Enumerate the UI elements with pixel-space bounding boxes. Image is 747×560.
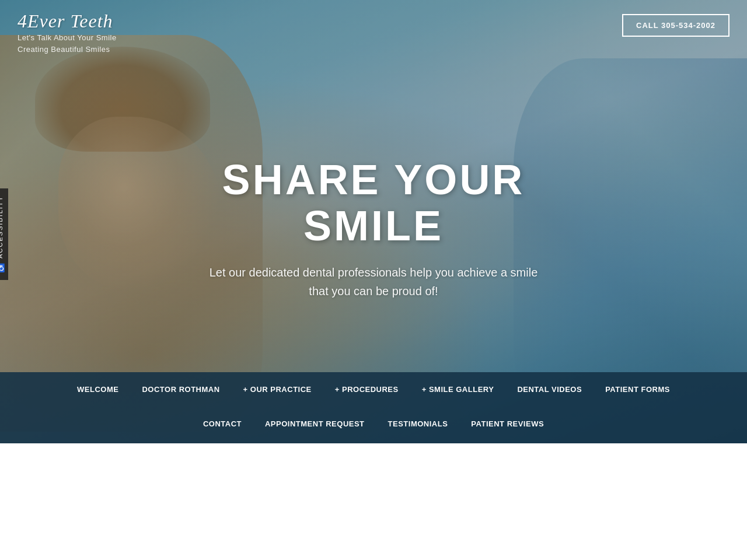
nav-welcome[interactable]: WELCOME (65, 372, 130, 407)
nav-procedures[interactable]: + PROCEDURES (323, 372, 410, 407)
nav-our-practice[interactable]: + OUR PRACTICE (232, 372, 323, 407)
logo-subtitle2: Creating Beautiful Smiles (18, 44, 117, 55)
hero-content: SHARE YOUR SMILE Let our dedicated denta… (169, 157, 578, 300)
site-header: 4Ever Teeth Let's Talk About Your Smile … (0, 0, 747, 65)
logo-subtitle1: Let's Talk About Your Smile (18, 32, 117, 44)
nav-patient-forms[interactable]: PATIENT FORMS (594, 372, 682, 407)
nav-doctor-rothman[interactable]: DOCTOR ROTHMAN (130, 372, 231, 407)
logo-area: 4Ever Teeth Let's Talk About Your Smile … (18, 10, 117, 55)
nav-dental-videos[interactable]: DENTAL VIDEOS (505, 372, 594, 407)
hero-heading: SHARE YOUR SMILE (169, 157, 578, 249)
nav-patient-reviews[interactable]: PATIENT REVIEWS (459, 407, 556, 441)
accessibility-label: ACCESSIBILITY (0, 195, 4, 258)
accessibility-icon: ♿ (0, 262, 5, 273)
nav-smile-gallery[interactable]: + SMILE GALLERY (410, 372, 506, 407)
nav-row-2: CONTACT APPOINTMENT REQUEST TESTIMONIALS… (0, 407, 747, 443)
call-button[interactable]: CALL 305-534-2002 (622, 14, 729, 37)
nav-contact[interactable]: CONTACT (191, 407, 253, 441)
hero-subtext: Let our dedicated dental professionals h… (169, 264, 578, 301)
nav-row-1: WELCOME DOCTOR ROTHMAN + OUR PRACTICE + … (0, 372, 747, 407)
bottom-area (0, 443, 747, 560)
accessibility-sidebar[interactable]: ♿ ACCESSIBILITY (0, 188, 8, 280)
logo-title[interactable]: 4Ever Teeth (18, 10, 117, 32)
hero-section: 4Ever Teeth Let's Talk About Your Smile … (0, 0, 747, 443)
nav-testimonials[interactable]: TESTIMONIALS (376, 407, 460, 441)
navigation-bar: WELCOME DOCTOR ROTHMAN + OUR PRACTICE + … (0, 372, 747, 443)
nav-appointment-request[interactable]: APPOINTMENT REQUEST (253, 407, 376, 441)
